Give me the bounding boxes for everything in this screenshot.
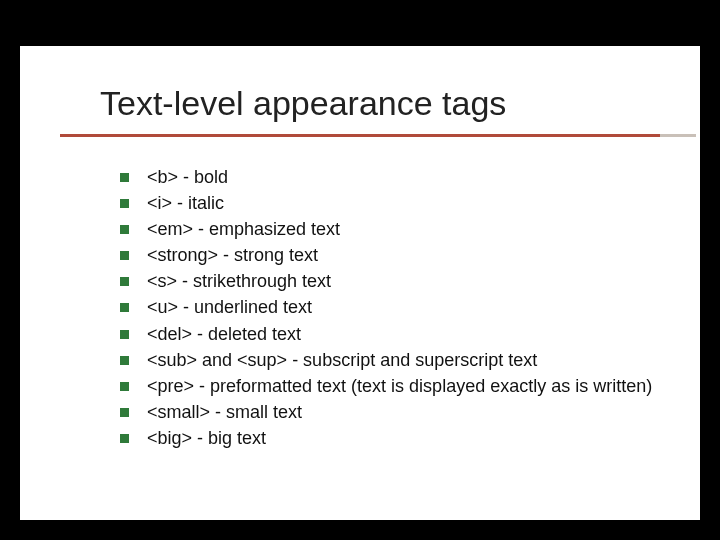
list-item: <s> - strikethrough text [120, 268, 660, 294]
list-item-text: <s> - strikethrough text [147, 268, 660, 294]
bullet-icon [120, 199, 129, 208]
bullet-icon [120, 434, 129, 443]
list-item-text: <pre> - preformatted text (text is displ… [147, 373, 660, 399]
list-item-text: <u> - underlined text [147, 294, 660, 320]
list-item-text: <big> - big text [147, 425, 660, 451]
slide: Text-level appearance tags <b> - bold <i… [20, 46, 700, 520]
bullet-icon [120, 408, 129, 417]
list-item-text: <small> - small text [147, 399, 660, 425]
bullet-list: <b> - bold <i> - italic <em> - emphasize… [120, 164, 660, 451]
list-item: <sub> and <sup> - subscript and superscr… [120, 347, 660, 373]
slide-title: Text-level appearance tags [100, 84, 660, 123]
list-item: <em> - emphasized text [120, 216, 660, 242]
list-item: <i> - italic [120, 190, 660, 216]
bullet-icon [120, 382, 129, 391]
bullet-icon [120, 251, 129, 260]
list-item: <b> - bold [120, 164, 660, 190]
list-item: <small> - small text [120, 399, 660, 425]
list-item: <big> - big text [120, 425, 660, 451]
list-item-text: <i> - italic [147, 190, 660, 216]
bullet-icon [120, 173, 129, 182]
list-item-text: <strong> - strong text [147, 242, 660, 268]
list-item-text: <del> - deleted text [147, 321, 660, 347]
accent-line [60, 134, 660, 137]
list-item: <u> - underlined text [120, 294, 660, 320]
accent-line-tail [660, 134, 696, 137]
list-item-text: <sub> and <sup> - subscript and superscr… [147, 347, 660, 373]
title-wrap: Text-level appearance tags [100, 84, 660, 123]
bullet-icon [120, 356, 129, 365]
list-item-text: <b> - bold [147, 164, 660, 190]
bullet-icon [120, 330, 129, 339]
list-item: <pre> - preformatted text (text is displ… [120, 373, 660, 399]
list-item-text: <em> - emphasized text [147, 216, 660, 242]
list-item: <strong> - strong text [120, 242, 660, 268]
list-item: <del> - deleted text [120, 321, 660, 347]
bullet-icon [120, 225, 129, 234]
bullet-icon [120, 277, 129, 286]
bullet-icon [120, 303, 129, 312]
